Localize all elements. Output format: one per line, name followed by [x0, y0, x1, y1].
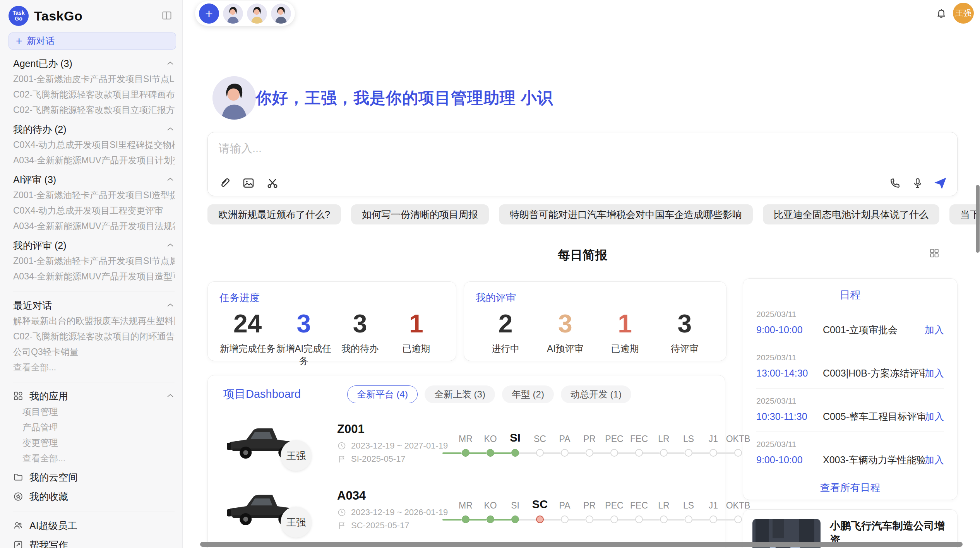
sidebar-item-my-apps[interactable]: 我的应用	[13, 390, 175, 402]
chevron-up-icon[interactable]	[166, 301, 175, 310]
milestone-connector	[442, 452, 462, 454]
sidebar-item-help-write[interactable]: 帮我写作	[13, 539, 175, 548]
chevron-up-icon[interactable]	[166, 175, 175, 184]
schedule-date: 2025/03/11	[756, 440, 944, 449]
milestone-dot	[511, 449, 519, 457]
sidebar-section-items: Z001-全新燃油皮卡产品开发项目SI节点Lesson Learn报告 C02-…	[13, 74, 175, 115]
sidebar-section-header-recent[interactable]: 最近对话	[13, 300, 175, 311]
new-chat-button[interactable]: + 新对话	[9, 33, 176, 50]
schedule-item: 2025/03/11 9:00-10:00 X003-车辆动力学性能验... 加…	[756, 432, 944, 475]
schedule-event-title: C005-整车工程目标评审	[823, 410, 925, 423]
sidebar-section-header[interactable]: Agent已办 (3)	[13, 58, 175, 69]
join-link[interactable]: 加入	[925, 367, 944, 380]
milestone-label: PEC	[605, 429, 623, 444]
paperclip-icon[interactable]	[218, 176, 231, 190]
chevron-up-icon[interactable]	[166, 241, 175, 250]
logo-text-bottom: Go	[15, 16, 22, 22]
sidebar-section-items: Z001-全新燃油轻卡产品开发项目SI造型提交物评审 C0X4-动力总成开发项目…	[13, 190, 175, 231]
sidebar-item[interactable]: C0X4-动力总成开发项目SI里程碑提交物检查	[13, 139, 175, 150]
milestone-dot	[660, 449, 668, 457]
dashboard-tab[interactable]: 全新平台 (4)	[347, 385, 418, 403]
suggestion-chip[interactable]: 特朗普可能对进口汽车增税会对中国车企造成哪些影响	[499, 204, 753, 224]
milestone-label: PR	[583, 495, 596, 511]
mic-icon[interactable]	[911, 177, 924, 189]
milestone-connector	[665, 519, 685, 521]
join-link[interactable]: 加入	[925, 324, 944, 336]
milestone-label: LS	[683, 429, 694, 444]
app-item[interactable]: 变更管理	[22, 437, 175, 448]
view-all-schedule-link[interactable]: 查看所有日程	[756, 481, 944, 495]
sidebar-item[interactable]: A034-全新新能源MUV产品开发项目造型可行性评审	[13, 271, 175, 282]
milestone-label: SI	[510, 429, 520, 444]
grid-icon[interactable]	[929, 248, 940, 260]
add-contact-button[interactable]: +	[199, 3, 219, 24]
suggestion-chip[interactable]: 比亚迪全固态电池计划具体说了什么	[763, 204, 939, 224]
suggestion-chip[interactable]: 欧洲新规最近颁布了什么?	[207, 204, 341, 224]
teammate-avatar[interactable]	[247, 3, 267, 24]
scissors-icon[interactable]	[266, 176, 279, 190]
milestone-label: OKTB	[726, 495, 750, 511]
chevron-up-icon[interactable]	[166, 59, 175, 68]
sidebar-section-title: 我的待办 (2)	[13, 123, 67, 136]
apps-view-all[interactable]: 查看全部...	[22, 453, 175, 464]
dashboard-header: 项目Dashboard 全新平台 (4) 全新上装 (3) 年型 (2) 动总开…	[223, 385, 709, 403]
daily-briefing-title: 每日简报	[207, 247, 958, 264]
suggestion-chip[interactable]: 如何写一份清晰的项目周报	[351, 204, 489, 224]
join-link[interactable]: 加入	[925, 454, 944, 466]
sidebar-section-header[interactable]: 我的待办 (2)	[13, 124, 175, 135]
app-item[interactable]: 产品管理	[22, 422, 175, 433]
sidebar-section-header[interactable]: AI评审 (3)	[13, 174, 175, 185]
user-avatar[interactable]: 王强	[953, 3, 974, 24]
stat: 1 已逾期	[388, 310, 444, 367]
sidebar-item[interactable]: C0X4-动力总成开发项目工程变更评审	[13, 205, 175, 216]
sidebar-item[interactable]: C02-飞腾新能源轻客改款项目里程碑画布	[13, 89, 175, 100]
task-progress-stats: 24 新增完成任务 3 新增AI完成任务 3 我的待办 1 已逾期	[219, 310, 444, 367]
sidebar-item[interactable]: A034-全新新能源MUV产品开发项目计划变更表编写	[13, 155, 175, 166]
app-item[interactable]: 项目管理	[22, 406, 175, 417]
milestone-connector	[566, 519, 586, 521]
milestone-track: MR KO	[453, 495, 750, 524]
project-row[interactable]: 王强 Z001 2023-12-19 ~ 2027-01-19	[223, 416, 709, 470]
sidebar-item[interactable]: A034-全新新能源MUV产品开发项目法规符合性评审	[13, 221, 175, 231]
image-icon[interactable]	[242, 176, 255, 190]
dashboard-tab[interactable]: 全新上装 (3)	[425, 385, 495, 403]
horizontal-scrollbar[interactable]	[200, 542, 963, 547]
sidebar-item[interactable]: Z001-全新燃油轻卡产品开发项目SI节点属性5D文件评审	[13, 255, 175, 266]
sidebar-item[interactable]: Z001-全新燃油皮卡产品开发项目SI节点Lesson Learn报告	[13, 74, 175, 84]
collapse-sidebar-icon[interactable]	[161, 10, 172, 22]
join-link[interactable]: 加入	[925, 410, 944, 423]
stat: 1 已逾期	[595, 310, 655, 355]
chevron-up-icon[interactable]	[166, 392, 175, 400]
recent-view-all[interactable]: 查看全部...	[13, 362, 175, 373]
sidebar-item[interactable]: Z001-全新燃油轻卡产品开发项目SI造型提交物评审	[13, 190, 175, 200]
stat-value: 24	[219, 310, 276, 337]
milestone-dot	[635, 515, 643, 523]
project-row[interactable]: 王强 A034 2023-12-19 ~ 2026-01-19	[223, 483, 709, 536]
recent-conversation-item[interactable]: 公司Q3轻卡销量	[13, 346, 175, 357]
bell-icon[interactable]	[935, 7, 947, 21]
sidebar-lists: Agent已办 (3) Z001-全新燃油皮卡产品开发项目SI节点Lesson …	[0, 58, 182, 548]
dashboard-tab[interactable]: 动总开发 (1)	[561, 385, 631, 403]
teammate-avatar[interactable]	[271, 3, 291, 24]
sidebar-section-header[interactable]: 我的评审 (2)	[13, 240, 175, 251]
sidebar-item[interactable]: C02-飞腾新能源轻客改款项目立项汇报方案	[13, 104, 175, 115]
milestone-dot	[734, 515, 742, 523]
new-chat-label: 新对话	[27, 35, 55, 47]
project-rows: 王强 Z001 2023-12-19 ~ 2027-01-19	[223, 416, 709, 536]
teammate-avatar[interactable]	[223, 3, 243, 24]
milestone-connector	[591, 452, 610, 454]
chevron-up-icon[interactable]	[166, 125, 175, 134]
message-input[interactable]	[218, 140, 947, 164]
vertical-scrollbar[interactable]	[976, 185, 980, 253]
sidebar-item-ai-employee[interactable]: AI超级员工	[13, 520, 175, 531]
recent-conversation-item[interactable]: 解释最新出台的欧盟报废车法规再生塑料比例被调至15%...	[13, 315, 175, 326]
apps-grid-icon	[13, 391, 23, 401]
send-icon[interactable]	[934, 176, 947, 190]
recent-conversation-item[interactable]: C02-飞腾新能源轻客改款项目的闭环通告反馈情况	[13, 331, 175, 342]
dashboard-tab[interactable]: 年型 (2)	[502, 385, 554, 403]
milestone-dot	[561, 515, 569, 523]
schedule-item: 2025/03/11 13:00-14:30 C003|H0B-方案冻结评审 加…	[756, 345, 944, 389]
phone-icon[interactable]	[889, 177, 901, 189]
sidebar-item-cloud-space[interactable]: 我的云空间	[13, 471, 175, 483]
sidebar-item-favorites[interactable]: 我的收藏	[13, 491, 175, 502]
